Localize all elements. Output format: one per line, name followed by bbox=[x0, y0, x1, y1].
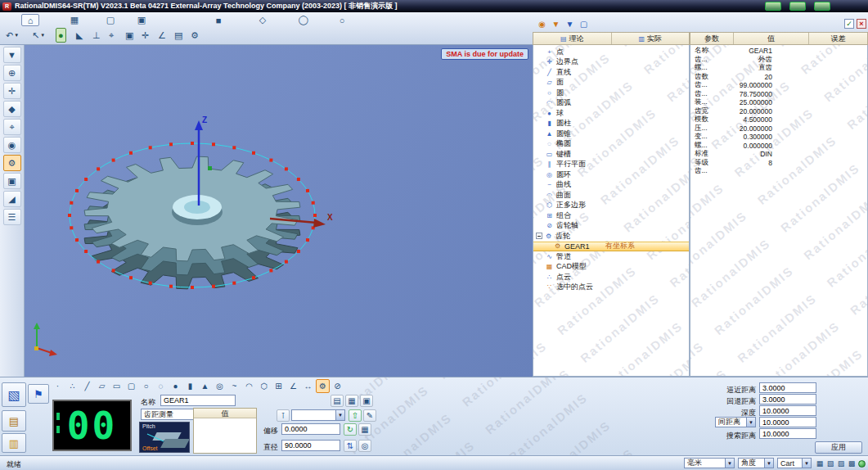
net-status-2-icon[interactable] bbox=[789, 2, 806, 11]
sphere-tool-icon[interactable]: ● bbox=[169, 379, 182, 393]
angle-tool-button[interactable]: ∠ bbox=[155, 28, 169, 43]
flag-button[interactable]: ⚑ bbox=[28, 384, 49, 404]
tree-item-cone[interactable]: ▲圆锥 bbox=[533, 129, 689, 139]
surface-tool-icon[interactable]: ◠ bbox=[242, 379, 256, 393]
camera-view-icon[interactable]: ◉ bbox=[3, 137, 21, 153]
angle-select[interactable]: 角度▼ bbox=[738, 458, 774, 468]
offset-input[interactable] bbox=[281, 423, 340, 435]
workspace-tab-globe-icon[interactable]: ◯ bbox=[295, 14, 313, 26]
world-filter-icon[interactable]: ◉ bbox=[536, 18, 548, 29]
tree-item-parallel-planes[interactable]: ∥平行平面 bbox=[533, 160, 689, 170]
grid-tool-icon[interactable]: ▣ bbox=[3, 173, 21, 189]
tree-item-selected-point-cloud[interactable]: ∵选中的点云 bbox=[533, 282, 689, 293]
display-view-icon[interactable]: ▣ bbox=[360, 395, 373, 407]
status-grid-4-icon[interactable]: ▩ bbox=[847, 459, 857, 468]
offset-table-icon[interactable]: ▦ bbox=[358, 423, 371, 436]
value-table[interactable]: 值 bbox=[193, 408, 257, 454]
menu-tool-icon[interactable]: ☰ bbox=[3, 209, 21, 225]
tree-item-boundary-point[interactable]: ✛边界点 bbox=[533, 57, 689, 68]
collapse-expander-icon[interactable] bbox=[536, 233, 542, 239]
polygon-tool-icon[interactable]: ⬡ bbox=[257, 379, 271, 393]
status-grid-1-icon[interactable]: ▦ bbox=[815, 459, 825, 468]
cursor-select-button[interactable]: ↖▼ bbox=[29, 28, 47, 43]
tree-item-surface[interactable]: ◠曲面 bbox=[533, 190, 689, 201]
tree-item-point[interactable]: +点 bbox=[533, 47, 689, 57]
filter-y-icon[interactable]: ▼ bbox=[564, 18, 576, 29]
offset-refresh-icon[interactable]: ↻ bbox=[344, 423, 357, 436]
spacing-distance-select[interactable]: 间距离▼ bbox=[715, 417, 756, 427]
settings-tool-button[interactable]: ⚙ bbox=[188, 28, 201, 43]
spacing-distance-input[interactable] bbox=[759, 417, 816, 427]
point-set-tool-icon[interactable]: ∴ bbox=[65, 379, 79, 393]
probe-head-1-icon[interactable]: ⊕ bbox=[3, 65, 21, 81]
diameter-target-icon[interactable]: ◎ bbox=[358, 440, 371, 452]
workspace-tab-monitor-icon[interactable]: ▢ bbox=[101, 14, 119, 26]
tree-item-torus[interactable]: ◎圆环 bbox=[533, 169, 689, 180]
circle-tool-icon[interactable]: ○ bbox=[139, 379, 153, 393]
slot-tool-icon[interactable]: ▭ bbox=[110, 379, 124, 393]
corner-tool-icon[interactable]: ◢ bbox=[3, 191, 21, 207]
torus-tool-icon[interactable]: ◎ bbox=[213, 379, 227, 393]
tree-item-cylinder[interactable]: ▮圆柱 bbox=[533, 119, 689, 129]
element-select[interactable]: ▼ bbox=[291, 409, 345, 421]
gear-measure-tool-icon[interactable]: ⚙ bbox=[316, 379, 330, 393]
locator-icon[interactable]: ⌖ bbox=[3, 119, 21, 135]
probe-mode-button[interactable]: ● bbox=[56, 28, 66, 43]
tree-item-gear-shaft[interactable]: ⊘齿轮轴 bbox=[533, 221, 689, 232]
tree-item-cad-model[interactable]: ▦CAD模型 bbox=[533, 262, 689, 273]
probe-head-2-icon[interactable]: ✛ bbox=[3, 83, 21, 99]
crate-button[interactable]: ▤ bbox=[2, 410, 26, 432]
plane-tool-button[interactable]: ◣ bbox=[74, 28, 85, 43]
tree-item-sphere[interactable]: ●球 bbox=[533, 108, 689, 119]
cylinder-tool-icon[interactable]: ▮ bbox=[183, 379, 197, 393]
tree-item-line[interactable]: ╱直线 bbox=[533, 67, 689, 78]
film-strip-icon[interactable]: ▤ bbox=[331, 395, 344, 407]
view-cube-button[interactable]: ▧ bbox=[2, 382, 26, 407]
close-panel-button[interactable]: × bbox=[857, 19, 866, 29]
shaft-tool-icon[interactable]: ⊘ bbox=[331, 379, 344, 393]
tree-item-point-cloud[interactable]: ∴点云 bbox=[533, 272, 689, 282]
tree-item-arc[interactable]: ◠圆弧 bbox=[533, 98, 689, 109]
apply-button[interactable]: 应用 bbox=[815, 441, 862, 454]
diameter-input[interactable] bbox=[281, 440, 340, 451]
workspace-tab-circle-icon[interactable]: ○ bbox=[333, 14, 351, 26]
caliper-button[interactable]: ▥ bbox=[2, 433, 26, 453]
gear-tool-icon[interactable]: ⚙ bbox=[3, 155, 21, 171]
edit-icon[interactable]: ✎ bbox=[363, 409, 376, 422]
report-tool-button[interactable]: ▤ bbox=[172, 28, 185, 43]
workspace-tab-layout-icon[interactable]: ▦ bbox=[65, 14, 83, 26]
distance-tool-icon[interactable]: ↔ bbox=[301, 379, 315, 393]
point-tool-icon[interactable]: · bbox=[51, 379, 65, 393]
apply-up-icon[interactable]: ⇧ bbox=[349, 409, 362, 422]
filter-icon[interactable]: ▼ bbox=[550, 18, 562, 29]
workspace-tab-home-icon[interactable]: ⌂ bbox=[21, 14, 39, 26]
workspace-tab-display-icon[interactable]: ▣ bbox=[133, 14, 151, 26]
status-grid-2-icon[interactable]: ▧ bbox=[825, 459, 835, 468]
depth-input[interactable] bbox=[759, 405, 816, 416]
pin-tool-icon[interactable]: ▼ bbox=[3, 47, 21, 63]
confirm-checkbox[interactable]: ✓ bbox=[844, 19, 854, 29]
probe-head-3-icon[interactable]: ◆ bbox=[3, 101, 21, 117]
cone-tool-icon[interactable]: ▲ bbox=[198, 379, 212, 393]
param-row[interactable]: 齿... bbox=[690, 167, 867, 176]
tab-actual[interactable]: ▥实际 bbox=[611, 33, 690, 44]
coord-select[interactable]: Cart▼ bbox=[777, 458, 812, 468]
tree-item-plane[interactable]: ▱面 bbox=[533, 78, 689, 88]
plane-tool-icon[interactable]: ▱ bbox=[95, 379, 109, 393]
tab-theory[interactable]: ▤理论 bbox=[533, 33, 611, 44]
tree-item-group[interactable]: ⊞组合 bbox=[533, 210, 689, 221]
tree-item-slot[interactable]: ▭键槽 bbox=[533, 149, 689, 160]
rectangle-tool-icon[interactable]: ▢ bbox=[124, 379, 138, 393]
undo-button[interactable]: ↶▼ bbox=[3, 28, 21, 43]
tree-item-polygon[interactable]: ⬡正多边形 bbox=[533, 201, 689, 211]
angle-tool-icon[interactable]: ∠ bbox=[286, 379, 300, 393]
viewport-3d[interactable]: SMA is due for update Z X bbox=[25, 45, 533, 377]
locator-tool-button[interactable]: ⌖ bbox=[106, 28, 116, 43]
tree-item-curve[interactable]: ~曲线 bbox=[533, 180, 689, 191]
approach-distance-input[interactable] bbox=[759, 382, 816, 393]
screen-filter-icon[interactable]: ▢ bbox=[578, 18, 590, 29]
net-status-1-icon[interactable] bbox=[765, 2, 781, 11]
tree-item-ellipse[interactable]: ◌椭圆 bbox=[533, 139, 689, 150]
status-grid-3-icon[interactable]: ▨ bbox=[836, 459, 846, 468]
net-status-3-icon[interactable] bbox=[814, 2, 830, 11]
